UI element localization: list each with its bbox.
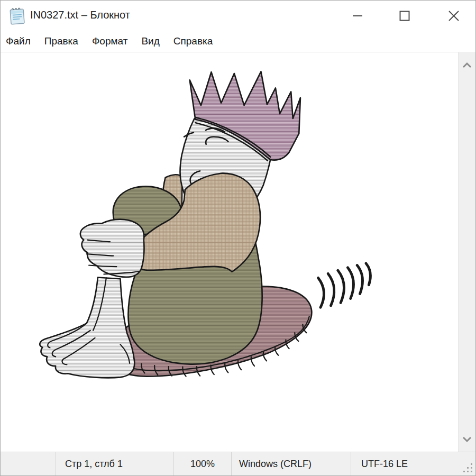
motion-lines (318, 263, 371, 307)
cursor-position-text: Стр 1, стлб 1 (65, 459, 123, 470)
close-button[interactable] (436, 1, 471, 31)
notepad-window: IN0327.txt – Блокнот Файл Правка Формат … (0, 0, 476, 476)
status-line-ending: Windows (CRLF) (232, 452, 351, 475)
menu-view[interactable]: Вид (134, 34, 166, 50)
maximize-icon (399, 10, 410, 22)
window-title: IN0327.txt – Блокнот (30, 9, 130, 21)
menu-format[interactable]: Формат (85, 34, 135, 50)
title-bar[interactable]: IN0327.txt – Блокнот (1, 1, 475, 31)
scroll-up-button[interactable] (459, 56, 475, 74)
chevron-down-icon (462, 436, 472, 443)
king-on-cushion-drawing (1, 52, 459, 453)
scroll-down-button[interactable] (459, 431, 475, 448)
chevron-up-icon (462, 62, 472, 68)
menu-help[interactable]: Справка (167, 34, 220, 50)
status-spacer (1, 452, 56, 475)
resize-grip[interactable] (461, 461, 474, 474)
minimize-button[interactable] (340, 1, 375, 31)
status-zoom-level: 100% (174, 452, 232, 475)
status-encoding: UTF-16 LE (351, 452, 475, 475)
menu-edit[interactable]: Правка (38, 34, 85, 50)
close-icon (447, 10, 460, 22)
vertical-scrollbar[interactable] (458, 52, 475, 453)
status-bar: Стр 1, стлб 1 100% Windows (CRLF) UTF-16… (1, 452, 475, 475)
text-editor-area[interactable] (1, 52, 459, 453)
encoding-text: UTF-16 LE (361, 459, 408, 470)
menu-file[interactable]: Файл (6, 34, 38, 50)
line-ending-text: Windows (CRLF) (239, 459, 312, 470)
notepad-icon (9, 6, 26, 25)
status-cursor-position: Стр 1, стлб 1 (56, 452, 174, 475)
minimize-icon (352, 10, 363, 22)
maximize-button[interactable] (387, 1, 422, 31)
zoom-level-text: 100% (190, 459, 215, 470)
menu-bar: Файл Правка Формат Вид Справка (1, 31, 475, 52)
